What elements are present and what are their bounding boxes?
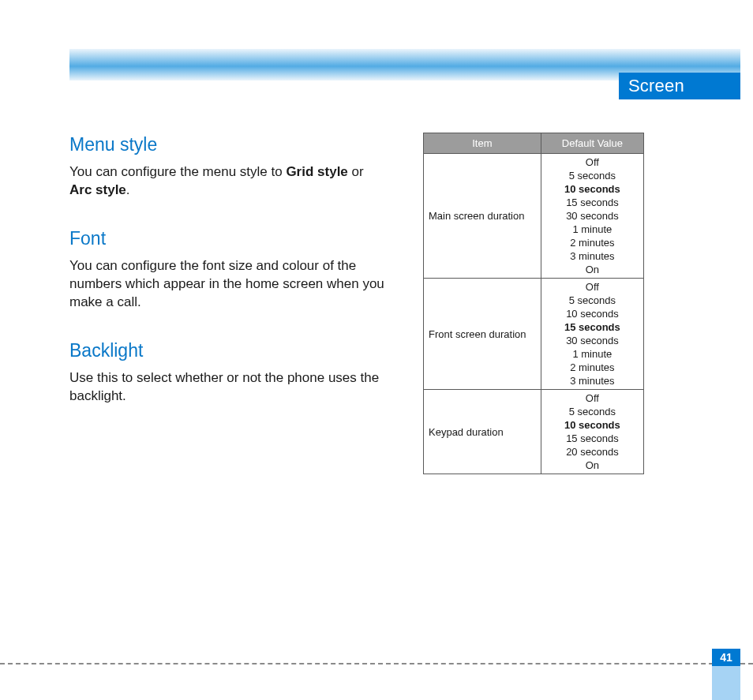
option-item: 2 minutes xyxy=(541,236,643,249)
option-item: 10 seconds xyxy=(541,182,643,196)
heading-font: Font xyxy=(69,226,385,251)
option-item: Off xyxy=(541,391,643,405)
option-item: 10 seconds xyxy=(541,418,643,432)
section-tab-label: Screen xyxy=(628,76,684,96)
table-row: Main screen durationOff5 seconds10 secon… xyxy=(424,154,644,279)
option-item: Off xyxy=(541,155,643,169)
section-tab: Screen xyxy=(619,73,740,99)
option-item: 5 seconds xyxy=(541,169,643,182)
cell-options: Off5 seconds10 seconds15 seconds30 secon… xyxy=(541,154,643,279)
para-backlight: Use this to select whether or not the ph… xyxy=(69,369,385,406)
option-item: 20 seconds xyxy=(541,445,643,459)
option-item: 1 minute xyxy=(541,223,643,236)
option-item: 2 minutes xyxy=(541,361,643,374)
page-number-box: 41 xyxy=(712,649,740,666)
option-item: 10 seconds xyxy=(541,307,643,320)
option-item: 1 minute xyxy=(541,347,643,361)
cell-item-name: Keypad duration xyxy=(424,390,541,474)
content-area: Menu style You can configure the menu st… xyxy=(69,133,732,700)
heading-menu-style: Menu style xyxy=(69,133,385,157)
option-item: On xyxy=(541,263,643,276)
bold-text: Grid style xyxy=(286,164,347,179)
option-item: 15 seconds xyxy=(541,432,643,445)
option-item: 3 minutes xyxy=(541,374,643,387)
option-item: 5 seconds xyxy=(541,405,643,418)
th-default-value: Default Value xyxy=(541,133,643,154)
options-list: Off5 seconds10 seconds15 seconds30 secon… xyxy=(541,154,643,278)
option-item: Off xyxy=(541,280,643,294)
options-list: Off5 seconds10 seconds15 seconds20 secon… xyxy=(541,390,643,474)
table-column: Item Default Value Main screen durationO… xyxy=(423,133,644,700)
cell-item-name: Main screen duration xyxy=(424,154,541,279)
bold-text: Arc style xyxy=(69,182,126,197)
footer-dashed-line xyxy=(0,663,753,664)
para-font: You can configure the font size and colo… xyxy=(69,257,385,312)
option-item: 5 seconds xyxy=(541,294,643,307)
option-item: 15 seconds xyxy=(541,320,643,334)
cell-options: Off5 seconds10 seconds15 seconds30 secon… xyxy=(541,279,643,390)
table-header-row: Item Default Value xyxy=(424,133,644,154)
para-menu-style: You can configure the menu style to Grid… xyxy=(69,163,385,200)
option-item: 15 seconds xyxy=(541,196,643,209)
default-values-table: Item Default Value Main screen durationO… xyxy=(423,133,644,474)
option-item: 3 minutes xyxy=(541,249,643,263)
th-item: Item xyxy=(424,133,541,154)
option-item: On xyxy=(541,459,643,472)
page-number: 41 xyxy=(720,651,732,664)
text: . xyxy=(126,182,130,197)
option-item: 30 seconds xyxy=(541,209,643,223)
option-item: 30 seconds xyxy=(541,334,643,347)
heading-backlight: Backlight xyxy=(69,339,385,363)
cell-options: Off5 seconds10 seconds15 seconds20 secon… xyxy=(541,390,643,474)
text-column: Menu style You can configure the menu st… xyxy=(69,133,385,700)
table-row: Front screen durationOff5 seconds10 seco… xyxy=(424,279,644,390)
footer-accent-block xyxy=(712,666,740,700)
cell-item-name: Front screen duration xyxy=(424,279,541,390)
options-list: Off5 seconds10 seconds15 seconds30 secon… xyxy=(541,279,643,389)
text: or xyxy=(348,164,364,179)
text: You can configure the menu style to xyxy=(69,164,286,179)
table-row: Keypad durationOff5 seconds10 seconds15 … xyxy=(424,390,644,474)
